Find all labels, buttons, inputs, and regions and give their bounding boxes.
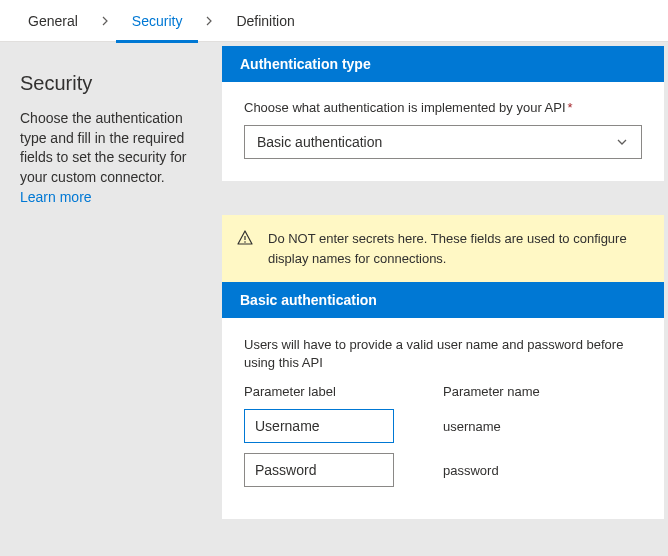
sidebar: Security Choose the authentication type … bbox=[2, 44, 222, 554]
tab-definition[interactable]: Definition bbox=[220, 2, 310, 43]
password-param-name: password bbox=[443, 463, 642, 478]
auth-type-selected: Basic authentication bbox=[257, 134, 382, 150]
auth-type-header: Authentication type bbox=[222, 46, 664, 82]
page-description: Choose the authentication type and fill … bbox=[20, 109, 204, 187]
table-row: password bbox=[244, 453, 642, 487]
tab-general[interactable]: General bbox=[12, 2, 94, 43]
page-title: Security bbox=[20, 72, 204, 95]
content-area: Authentication type Choose what authenti… bbox=[222, 44, 666, 554]
basic-auth-description: Users will have to provide a valid user … bbox=[244, 336, 642, 372]
param-table-header: Parameter label Parameter name bbox=[244, 384, 642, 399]
table-row: username bbox=[244, 409, 642, 443]
col-parameter-name: Parameter name bbox=[443, 384, 642, 399]
breadcrumb-tabs: General Security Definition bbox=[0, 0, 668, 42]
tab-security[interactable]: Security bbox=[116, 2, 199, 43]
auth-type-card: Authentication type Choose what authenti… bbox=[222, 46, 664, 181]
password-label-input[interactable] bbox=[244, 453, 394, 487]
warning-text: Do NOT enter secrets here. These fields … bbox=[268, 231, 627, 266]
basic-auth-header: Basic authentication bbox=[222, 282, 664, 318]
learn-more-link[interactable]: Learn more bbox=[20, 189, 92, 205]
auth-type-label: Choose what authentication is implemente… bbox=[244, 100, 642, 115]
username-param-name: username bbox=[443, 419, 642, 434]
chevron-down-icon bbox=[615, 135, 629, 149]
basic-auth-card: Do NOT enter secrets here. These fields … bbox=[222, 215, 664, 519]
warning-icon bbox=[236, 229, 254, 247]
col-parameter-label: Parameter label bbox=[244, 384, 443, 399]
warning-banner: Do NOT enter secrets here. These fields … bbox=[222, 215, 664, 282]
chevron-right-icon bbox=[100, 16, 110, 26]
chevron-right-icon bbox=[204, 16, 214, 26]
main-area: Security Choose the authentication type … bbox=[0, 42, 668, 556]
svg-point-1 bbox=[244, 241, 246, 243]
auth-type-select[interactable]: Basic authentication bbox=[244, 125, 642, 159]
required-mark: * bbox=[568, 100, 573, 115]
username-label-input[interactable] bbox=[244, 409, 394, 443]
